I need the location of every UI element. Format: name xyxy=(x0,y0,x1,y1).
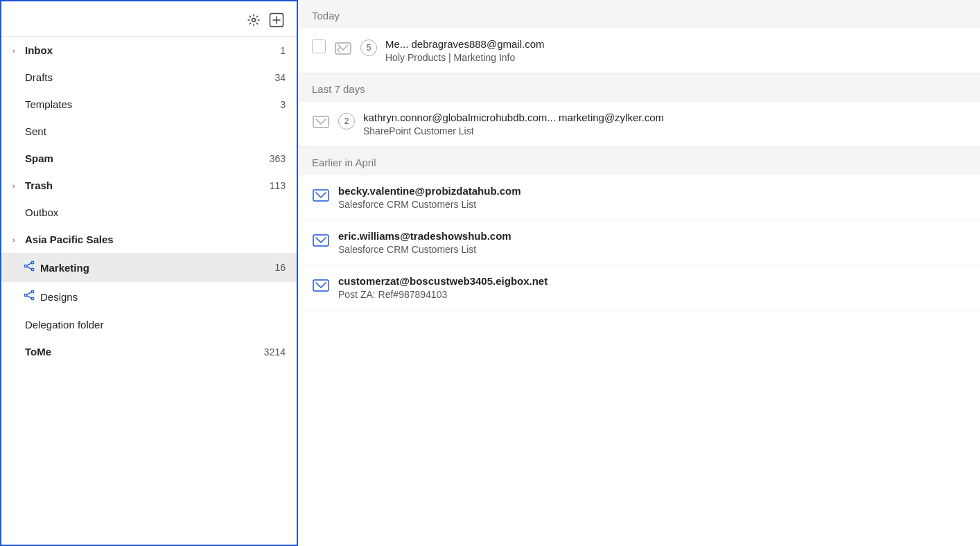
svg-line-8 xyxy=(27,267,32,269)
folder-name-trash: Trash xyxy=(25,179,264,191)
share-icon xyxy=(24,261,35,274)
sidebar-item-asia-pacific[interactable]: ›Asia Pacific Sales xyxy=(1,226,297,253)
folders-header xyxy=(1,1,297,37)
svg-rect-18 xyxy=(313,190,329,201)
sidebar-item-spam[interactable]: ›Spam363 xyxy=(1,145,297,172)
folder-count-templates: 3 xyxy=(280,99,286,110)
sidebar-item-marketing[interactable]: Marketing16 xyxy=(1,253,297,282)
folder-count-trash: 113 xyxy=(270,180,286,191)
email-subject: SharePoint Customer List xyxy=(363,125,966,136)
folders-list: ›Inbox1›Drafts34›Templates3›Sent›Spam363… xyxy=(1,37,297,365)
folder-name-sent: Sent xyxy=(25,125,286,137)
email-subject: Salesforce CRM Customers List xyxy=(338,244,966,255)
email-unread-icon xyxy=(312,186,330,207)
folder-name-drafts: Drafts xyxy=(25,71,269,83)
email-from: becky.valentine@probizdatahub.com xyxy=(338,185,966,197)
svg-point-9 xyxy=(31,290,34,293)
email-from: customerzat@boscustweb3405.eigbox.net xyxy=(338,275,966,287)
email-read-icon xyxy=(312,113,330,134)
email-checkbox[interactable] xyxy=(312,39,326,53)
email-forward-icon xyxy=(334,39,352,60)
section-header: Today xyxy=(298,0,980,28)
email-thread-count: 5 xyxy=(360,39,377,56)
folder-name-designs: Designs xyxy=(40,291,286,303)
email-body: becky.valentine@probizdatahub.com Salesf… xyxy=(338,185,966,210)
email-subject: Holy Products | Marketing Info xyxy=(385,52,966,63)
email-body: Me... debragraves888@gmail.com Holy Prod… xyxy=(385,38,966,63)
svg-point-0 xyxy=(252,19,256,22)
sidebar-item-outbox[interactable]: ›Outbox xyxy=(1,199,297,226)
sidebar-item-templates[interactable]: ›Templates3 xyxy=(1,91,297,118)
svg-point-10 xyxy=(31,297,34,300)
folder-name-delegation: Delegation folder xyxy=(25,319,286,331)
add-folder-icon xyxy=(269,12,284,28)
svg-rect-19 xyxy=(313,235,329,246)
sidebar-item-designs[interactable]: Designs xyxy=(1,282,297,311)
email-item[interactable]: 2 kathryn.connor@globalmicrohubdb.com...… xyxy=(298,102,980,147)
chevron-icon: › xyxy=(12,236,21,244)
section-header: Last 7 days xyxy=(298,73,980,102)
folder-count-inbox: 1 xyxy=(280,45,286,56)
email-thread-count: 2 xyxy=(338,113,355,130)
folder-name-outbox: Outbox xyxy=(25,206,286,218)
email-subject: Salesforce CRM Customers List xyxy=(338,199,966,210)
folder-count-drafts: 34 xyxy=(274,72,286,83)
svg-point-5 xyxy=(31,268,34,271)
folders-actions xyxy=(245,11,286,29)
sidebar-item-inbox[interactable]: ›Inbox1 xyxy=(1,37,297,64)
email-from: Me... debragraves888@gmail.com xyxy=(385,38,966,50)
folder-count-marketing: 16 xyxy=(274,262,286,273)
email-unread-icon xyxy=(312,276,330,297)
svg-line-16 xyxy=(338,48,340,50)
folder-name-inbox: Inbox xyxy=(25,44,274,56)
chevron-icon: › xyxy=(12,182,21,190)
svg-line-13 xyxy=(27,296,32,298)
sidebar-item-tome[interactable]: ›ToMe3214 xyxy=(1,338,297,365)
settings-button[interactable] xyxy=(245,12,262,28)
folder-name-templates: Templates xyxy=(25,98,274,110)
folder-count-tome: 3214 xyxy=(264,346,286,358)
sidebar-item-delegation[interactable]: ›Delegation folder xyxy=(1,311,297,338)
sidebar-item-drafts[interactable]: ›Drafts34 xyxy=(1,64,297,91)
email-unread-icon xyxy=(312,231,330,252)
svg-rect-17 xyxy=(313,116,329,127)
chevron-icon: › xyxy=(12,46,21,55)
email-item[interactable]: customerzat@boscustweb3405.eigbox.net Po… xyxy=(298,265,980,310)
email-body: customerzat@boscustweb3405.eigbox.net Po… xyxy=(338,275,966,300)
sidebar-item-trash[interactable]: ›Trash113 xyxy=(1,172,297,199)
email-from: eric.williams@tradeshowshub.com xyxy=(338,230,966,242)
add-folder-button[interactable] xyxy=(268,11,286,29)
share-icon xyxy=(24,290,35,303)
email-body: kathryn.connor@globalmicrohubdb.com... m… xyxy=(363,112,966,136)
svg-rect-14 xyxy=(335,43,351,54)
sidebar: ›Inbox1›Drafts34›Templates3›Sent›Spam363… xyxy=(0,0,298,546)
folder-count-spam: 363 xyxy=(270,153,286,164)
svg-point-6 xyxy=(24,265,27,267)
gear-icon xyxy=(247,13,261,27)
email-item[interactable]: eric.williams@tradeshowshub.com Salesfor… xyxy=(298,220,980,265)
email-body: eric.williams@tradeshowshub.com Salesfor… xyxy=(338,230,966,255)
section-header: Earlier in April xyxy=(298,147,980,175)
folder-name-tome: ToMe xyxy=(25,346,259,358)
main-content: Today 5 Me... debragraves888@gmail.com H… xyxy=(298,0,980,546)
folder-name-asia-pacific: Asia Pacific Sales xyxy=(25,234,286,245)
email-subject: Post ZA: Ref#987894103 xyxy=(338,289,966,300)
sidebar-item-sent[interactable]: ›Sent xyxy=(1,118,297,145)
svg-point-11 xyxy=(24,294,27,297)
svg-line-12 xyxy=(27,292,32,294)
svg-rect-20 xyxy=(313,280,329,291)
email-sections: Today 5 Me... debragraves888@gmail.com H… xyxy=(298,0,980,310)
email-from: kathryn.connor@globalmicrohubdb.com... m… xyxy=(363,112,966,123)
svg-line-7 xyxy=(27,263,32,265)
email-item[interactable]: 5 Me... debragraves888@gmail.com Holy Pr… xyxy=(298,28,980,73)
folder-name-spam: Spam xyxy=(25,152,264,164)
svg-point-4 xyxy=(31,261,34,264)
email-item[interactable]: becky.valentine@probizdatahub.com Salesf… xyxy=(298,175,980,220)
folder-name-marketing: Marketing xyxy=(40,262,269,274)
